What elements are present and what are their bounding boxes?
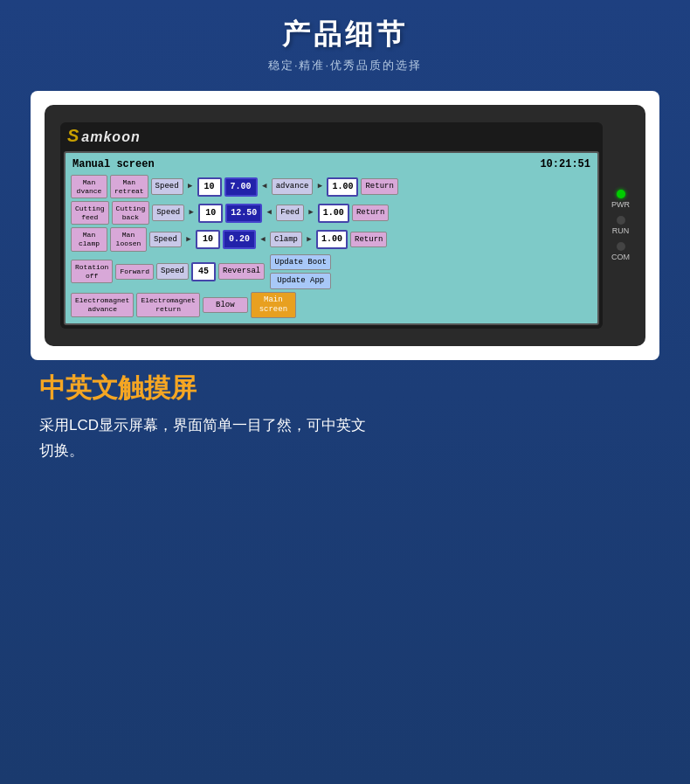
run-indicator: RUN	[612, 216, 630, 235]
screen-time: 10:21:51	[540, 158, 590, 170]
speed-val-1[interactable]: 10	[197, 177, 222, 197]
device-top: Samkoon	[64, 126, 599, 146]
blow-btn[interactable]: Blow	[203, 297, 248, 314]
arrow-3: ▶	[315, 180, 324, 193]
return-btn-3[interactable]: Return	[350, 232, 387, 248]
row-3: Man clamp Man loosen Speed ▶ 10 0.20 ◀ C…	[71, 227, 592, 251]
com-dot	[617, 242, 625, 251]
page-container: 产品细节 稳定·精准·优秀品质的选择 Samkoon Manual screen	[0, 0, 690, 784]
speed-val-3[interactable]: 10	[196, 230, 220, 249]
row-4: Rotation off Forward Speed 45 Reversal U…	[71, 254, 592, 290]
pwr-dot	[617, 190, 625, 198]
arrow-4: ▶	[187, 206, 196, 219]
row-5: Electromagnet advance Electromagnet retu…	[71, 292, 592, 318]
arrow-5: ◀	[265, 206, 273, 219]
clamp-val[interactable]: 1.00	[316, 230, 348, 249]
speed-label-1: Speed	[151, 178, 183, 195]
man-clamp-btn[interactable]: Man clamp	[71, 227, 107, 251]
page-title: 产品细节	[268, 16, 422, 54]
speed-val-2[interactable]: 10	[198, 204, 223, 223]
row-2: Cutting feed Cutting back Speed ▶ 10 12.…	[71, 201, 592, 225]
com-label: COM	[611, 253, 630, 261]
screen-header: Manual screen 10:21:51	[71, 158, 592, 170]
main-screen-btn[interactable]: Main screen	[251, 292, 296, 318]
man-retreat-btn[interactable]: Man retreat	[110, 175, 148, 198]
update-boot-btn[interactable]: Update Boot	[270, 254, 331, 271]
cutting-feed-btn[interactable]: Cutting feed	[71, 201, 109, 225]
advance-val[interactable]: 1.00	[327, 177, 358, 197]
arrow-8: ◀	[259, 233, 267, 246]
screen-title: Manual screen	[72, 158, 155, 170]
rotation-off-btn[interactable]: Rotation off	[71, 260, 113, 283]
lcd-screen: Manual screen 10:21:51 Man dvance Man re…	[64, 151, 599, 325]
electro-return-btn[interactable]: Electromagnet return	[136, 293, 199, 316]
arrow-9: ▶	[305, 233, 314, 246]
run-dot	[617, 216, 625, 225]
page-subtitle: 稳定·精准·优秀品质的选择	[268, 58, 422, 73]
value-2[interactable]: 12.50	[225, 204, 262, 223]
value-1[interactable]: 7.00	[224, 177, 258, 197]
pwr-label: PWR	[611, 200, 630, 209]
advance-label: advance	[272, 178, 314, 195]
clamp-label: Clamp	[270, 232, 302, 248]
bottom-title: 中英文触摸屏	[39, 371, 651, 406]
arrow-1: ▶	[186, 180, 195, 193]
bottom-section: 中英文触摸屏 采用LCD显示屏幕，界面简单一目了然，可中英文切换。	[31, 371, 659, 464]
arrow-7: ▶	[184, 233, 193, 246]
speed-label-4: Speed	[156, 263, 189, 280]
header: 产品细节 稳定·精准·优秀品质的选择	[268, 0, 422, 80]
com-indicator: COM	[611, 242, 630, 261]
cutting-back-btn[interactable]: Cutting back	[112, 201, 150, 225]
update-app-btn[interactable]: Update App	[270, 273, 331, 289]
value-3[interactable]: 0.20	[223, 230, 256, 249]
feed-label: Feed	[276, 205, 304, 221]
button-grid: Man dvance Man retreat Speed ▶ 10 7.00 ◀…	[71, 175, 592, 318]
bottom-description: 采用LCD显示屏幕，界面简单一目了然，可中英文切换。	[39, 413, 651, 464]
man-advance-btn[interactable]: Man dvance	[71, 175, 107, 198]
arrow-6: ▶	[307, 206, 315, 219]
reversal-btn[interactable]: Reversal	[218, 263, 265, 280]
device-body: Samkoon Manual screen 10:21:51 Man dvan	[45, 105, 645, 346]
speed-label-2: Speed	[152, 205, 184, 221]
device-wrapper: Samkoon Manual screen 10:21:51 Man dvan	[31, 91, 659, 360]
brand-logo: Samkoon	[67, 126, 141, 146]
speed-val-4[interactable]: 45	[191, 262, 216, 281]
row-1: Man dvance Man retreat Speed ▶ 10 7.00 ◀…	[71, 175, 592, 198]
forward-btn[interactable]: Forward	[115, 264, 154, 280]
brand-s: S	[67, 126, 79, 145]
device-indicators: PWR RUN COM	[611, 181, 630, 270]
feed-val[interactable]: 1.00	[318, 204, 349, 223]
speed-label-3: Speed	[149, 232, 182, 248]
man-loosen-btn[interactable]: Man loosen	[110, 227, 147, 251]
device-screen-area: Samkoon Manual screen 10:21:51 Man dvan	[60, 122, 603, 329]
pwr-indicator: PWR	[611, 190, 630, 209]
return-btn-2[interactable]: Return	[352, 205, 389, 221]
arrow-2: ◀	[260, 180, 269, 193]
electro-advance-btn[interactable]: Electromagnet advance	[71, 293, 134, 316]
run-label: RUN	[612, 226, 630, 235]
return-btn-1[interactable]: Return	[361, 178, 397, 195]
